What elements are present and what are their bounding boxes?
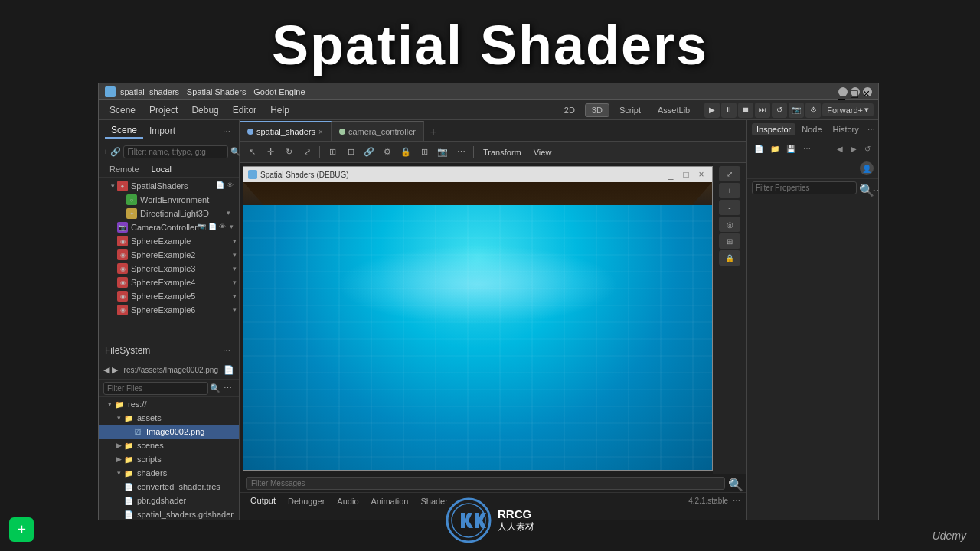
fs-expand-res[interactable]: ▾ bbox=[105, 399, 114, 409]
node-tab[interactable]: Node bbox=[797, 123, 826, 135]
expand-sphere5[interactable]: ▾ bbox=[230, 292, 239, 301]
mode-3d[interactable]: 3D bbox=[585, 103, 609, 117]
fs-item-image[interactable]: 🖼 Image0002.png bbox=[99, 425, 239, 439]
ss-fit-btn[interactable]: ◎ bbox=[719, 217, 740, 232]
tree-node-sphere2[interactable]: ◉ SphereExample2 ▾ bbox=[99, 248, 239, 262]
pause-button[interactable]: ⏸ bbox=[721, 103, 737, 118]
help-menu[interactable]: Help bbox=[264, 103, 296, 117]
rotate-tool[interactable]: ↻ bbox=[281, 145, 296, 160]
filter-properties-input[interactable] bbox=[752, 181, 857, 194]
fs-menu-btn[interactable]: ⋯ bbox=[220, 344, 233, 357]
tree-node-cameracontroller[interactable]: 📷 CameraController 📷 📄 👁 ▾ bbox=[99, 220, 239, 234]
fs-item-pbr[interactable]: 📄 pbr.gdshader bbox=[99, 494, 239, 507]
tree-node-worldenv[interactable]: ○ WorldEnvironment bbox=[99, 193, 239, 207]
inspector-file-icon[interactable]: 📄 bbox=[752, 142, 766, 155]
mode-2d[interactable]: 2D bbox=[557, 103, 582, 117]
cam-icon3[interactable]: 👁 bbox=[219, 223, 228, 232]
inspector-more-icon[interactable]: ⋯ bbox=[800, 142, 814, 155]
expand-sphere1[interactable]: ▾ bbox=[230, 236, 239, 246]
settings-button[interactable]: ⚙ bbox=[805, 103, 821, 118]
move-tool[interactable]: ✛ bbox=[263, 145, 278, 160]
fs-filter-search-btn[interactable]: 🔍 bbox=[208, 381, 221, 395]
debug-close[interactable]: × bbox=[695, 169, 707, 180]
inspector-tab[interactable]: Inspector bbox=[752, 123, 795, 135]
ss-zoom-out-btn[interactable]: - bbox=[719, 200, 740, 215]
scene-filter-input[interactable] bbox=[123, 145, 228, 158]
transform-btn[interactable]: Transform bbox=[479, 146, 526, 158]
viewport-3d-canvas[interactable] bbox=[243, 182, 712, 470]
fs-back-btn[interactable]: ◀ bbox=[103, 363, 109, 377]
grid-tool[interactable]: ⊡ bbox=[343, 145, 358, 160]
inspector-nav-back[interactable]: ◀ bbox=[834, 142, 846, 155]
green-plus-icon[interactable]: + bbox=[9, 517, 34, 542]
tree-node-spatialshaders[interactable]: ▾ ● SpatialShaders 📄 👁 bbox=[99, 179, 239, 193]
debug-minimize[interactable]: _ bbox=[665, 169, 677, 180]
expand-arrow[interactable]: ▾ bbox=[108, 181, 117, 191]
inspector-menu-btn[interactable]: ⋯ bbox=[865, 123, 877, 135]
local-global-tool[interactable]: ⊞ bbox=[325, 145, 340, 160]
maximize-button[interactable]: □ bbox=[851, 87, 860, 96]
fs-path-icon[interactable]: 📄 bbox=[224, 363, 234, 377]
ss-grid-btn[interactable]: ⊞ bbox=[719, 233, 740, 249]
mode-assetlib[interactable]: AssetLib bbox=[651, 103, 697, 117]
fs-filter-options-btn[interactable]: ⋯ bbox=[221, 381, 234, 395]
panel-menu-btn[interactable]: ⋯ bbox=[220, 125, 233, 137]
inspector-folder-icon[interactable]: 📁 bbox=[768, 142, 782, 155]
ss-expand-btn[interactable]: ⤢ bbox=[719, 166, 740, 181]
editor-menu[interactable]: Editor bbox=[227, 103, 263, 117]
log-filter-input[interactable] bbox=[246, 477, 725, 490]
tab-spatial-shaders[interactable]: spatial_shaders × bbox=[240, 121, 332, 141]
fs-expand-shaders[interactable]: ▾ bbox=[114, 468, 123, 478]
tab-add-button[interactable]: + bbox=[424, 122, 443, 141]
align-tool[interactable]: ⊞ bbox=[416, 145, 432, 160]
local-tab[interactable]: Local bbox=[145, 163, 178, 175]
debug-maximize[interactable]: □ bbox=[680, 169, 692, 180]
tree-node-dirlight[interactable]: ✦ DirectionalLight3D ▾ bbox=[99, 207, 239, 220]
project-menu[interactable]: Project bbox=[143, 103, 184, 117]
ss-zoom-in-btn[interactable]: + bbox=[719, 183, 740, 198]
fs-item-shaders[interactable]: ▾ 📁 shaders bbox=[99, 466, 239, 480]
tree-node-sphere4[interactable]: ◉ SphereExample4 ▾ bbox=[99, 276, 239, 289]
link-node-button[interactable]: 🔗 bbox=[110, 145, 121, 158]
log-tab-output[interactable]: Output bbox=[246, 494, 280, 507]
lock-tool[interactable]: 🔒 bbox=[398, 145, 413, 160]
mode-script[interactable]: Script bbox=[612, 103, 648, 117]
step-button[interactable]: ⏭ bbox=[755, 103, 770, 118]
fs-filter-input[interactable] bbox=[103, 382, 208, 395]
cam-expand[interactable]: ▾ bbox=[230, 223, 239, 232]
tree-node-sphere3[interactable]: ◉ SphereExample3 ▾ bbox=[99, 262, 239, 276]
tree-node-sphere1[interactable]: ◉ SphereExample ▾ bbox=[99, 234, 239, 248]
node-vis-icon[interactable]: 👁 bbox=[227, 181, 236, 191]
stop-button[interactable]: ⏹ bbox=[738, 103, 753, 118]
play-button[interactable]: ▶ bbox=[704, 103, 720, 118]
node-expand-icon[interactable]: ▾ bbox=[227, 209, 236, 218]
filter-properties-options-icon[interactable]: ⋯ bbox=[872, 183, 878, 194]
snap-tool[interactable]: 🔗 bbox=[361, 145, 377, 160]
fs-item-scenes[interactable]: ▶ 📁 scenes bbox=[99, 439, 239, 452]
renderer-button[interactable]: Forward+ ▾ bbox=[822, 103, 874, 116]
physics-tool[interactable]: ⚙ bbox=[380, 145, 395, 160]
fs-item-res[interactable]: ▾ 📁 res:// bbox=[99, 397, 239, 411]
expand-sphere3[interactable]: ▾ bbox=[230, 264, 239, 273]
log-filter-search-icon[interactable]: 🔍 bbox=[728, 478, 740, 490]
fs-item-spatialshader[interactable]: 📄 spatial_shaders.gdshader bbox=[99, 507, 239, 520]
select-tool[interactable]: ↖ bbox=[244, 145, 260, 160]
scale-tool[interactable]: ⤢ bbox=[299, 145, 315, 160]
tree-node-sphere6[interactable]: ◉ SphereExample6 ▾ bbox=[99, 303, 239, 317]
minimize-button[interactable]: _ bbox=[838, 87, 848, 96]
import-panel-tab[interactable]: Import bbox=[143, 124, 181, 138]
camera-button[interactable]: 📷 bbox=[789, 103, 804, 118]
add-node-button[interactable]: + bbox=[103, 145, 108, 158]
expand-sphere4[interactable]: ▾ bbox=[230, 278, 239, 287]
fs-expand-scripts[interactable]: ▶ bbox=[114, 455, 123, 464]
scene-menu[interactable]: Scene bbox=[103, 103, 142, 117]
log-tab-animation[interactable]: Animation bbox=[367, 495, 413, 507]
inspector-nav-forward[interactable]: ▶ bbox=[848, 142, 860, 155]
camera-vp-tool[interactable]: 📷 bbox=[435, 145, 450, 160]
fs-forward-btn[interactable]: ▶ bbox=[112, 363, 118, 377]
expand-sphere6[interactable]: ▾ bbox=[230, 305, 239, 315]
remote-tab[interactable]: Remote bbox=[103, 163, 145, 175]
view-btn[interactable]: View bbox=[529, 146, 557, 158]
close-button[interactable]: × bbox=[863, 87, 872, 96]
scene-panel-tab[interactable]: Scene bbox=[105, 123, 143, 139]
